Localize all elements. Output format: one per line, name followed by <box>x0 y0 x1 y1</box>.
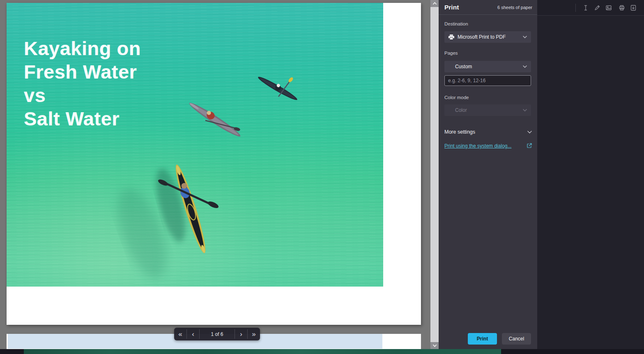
toolbar-divider <box>575 4 576 12</box>
chevron-up-icon <box>432 2 437 6</box>
slide-title-line: Fresh Water <box>24 60 141 83</box>
pen-icon[interactable] <box>591 2 603 14</box>
image-icon[interactable] <box>603 2 614 14</box>
slide-title: Kayaking on Fresh Water vs Salt Water <box>24 37 141 130</box>
pages-value: Custom <box>448 64 472 69</box>
preview-scrollbar[interactable] <box>430 0 439 349</box>
more-settings-toggle[interactable]: More settings <box>444 129 532 135</box>
scroll-down-button[interactable] <box>430 342 439 349</box>
viewer-toolbar <box>537 0 644 16</box>
dialog-footer: Print Cancel <box>468 333 531 345</box>
last-page-button[interactable]: » <box>248 328 260 340</box>
printer-icon[interactable] <box>616 2 628 14</box>
kayaker-middle <box>187 99 243 139</box>
print-dialog-header: Print 6 sheets of paper <box>439 0 537 15</box>
destination-select[interactable]: Microsoft Print to PDF <box>444 31 531 43</box>
pages-select[interactable]: Custom <box>444 61 531 72</box>
destination-value: Microsoft Print to PDF <box>458 34 506 40</box>
next-page-image-sliver <box>24 349 501 354</box>
custom-pages-input[interactable] <box>444 75 531 86</box>
chevron-down-icon <box>523 109 527 111</box>
print-dialog: Print 6 sheets of paper Destination Micr… <box>439 0 537 349</box>
preview-page-1: Kayaking on Fresh Water vs Salt Water <box>7 3 421 325</box>
save-icon[interactable] <box>628 2 639 14</box>
chevron-down-icon <box>523 36 527 38</box>
page-indicator: 1 of 6 <box>200 328 235 340</box>
scrollbar-thumb[interactable] <box>430 7 439 342</box>
external-link-icon <box>527 142 532 150</box>
slide-ocean-photo: Kayaking on Fresh Water vs Salt Water <box>7 3 383 287</box>
color-mode-label: Color mode <box>444 95 469 100</box>
kayaker-top-right <box>257 73 299 102</box>
pages-label: Pages <box>444 51 458 56</box>
chevron-down-icon <box>523 65 527 68</box>
destination-label: Destination <box>444 21 468 26</box>
system-dialog-link[interactable]: Print using the system dialog... <box>444 143 511 149</box>
chevron-down-icon <box>527 131 532 134</box>
system-dialog-row: Print using the system dialog... <box>444 142 532 150</box>
previous-page-button[interactable]: ‹ <box>187 328 199 340</box>
first-page-button[interactable]: « <box>174 328 186 340</box>
more-settings-label: More settings <box>444 129 475 135</box>
pdf-viewer-background <box>537 0 644 354</box>
color-mode-value: Color <box>448 107 467 113</box>
cancel-button[interactable]: Cancel <box>502 333 531 345</box>
print-preview-area: Kayaking on Fresh Water vs Salt Water « … <box>0 0 430 354</box>
chevron-down-icon <box>432 343 437 347</box>
next-page-button[interactable]: › <box>235 328 247 340</box>
print-button[interactable]: Print <box>468 333 497 345</box>
scroll-up-button[interactable] <box>430 0 439 7</box>
bottom-edge-strip <box>0 349 644 354</box>
color-mode-select: Color <box>444 104 531 116</box>
sheets-summary: 6 sheets of paper <box>497 5 532 10</box>
slide-title-line: Salt Water <box>24 107 141 130</box>
slide-title-line: vs <box>24 83 141 107</box>
print-dialog-title: Print <box>444 4 459 11</box>
text-cursor-icon[interactable] <box>580 2 591 14</box>
slide-title-line: Kayaking on <box>24 37 141 60</box>
printer-icon <box>448 35 454 40</box>
page-navigation-bar: « ‹ 1 of 6 › » <box>174 328 260 340</box>
